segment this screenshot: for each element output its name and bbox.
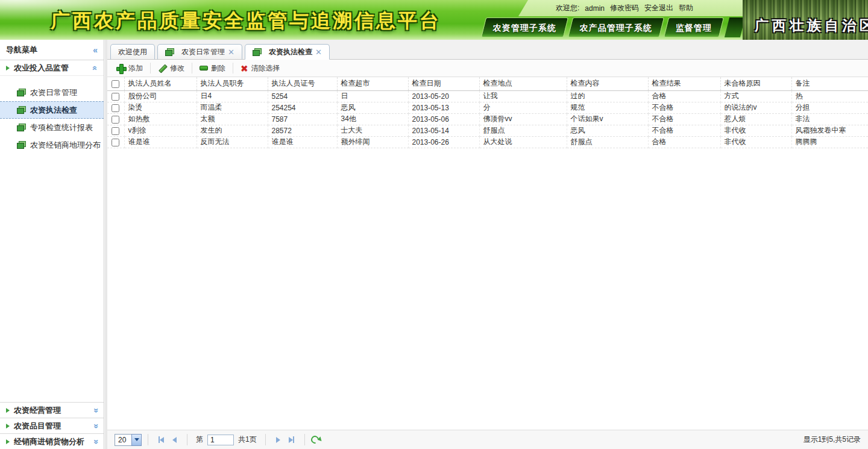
subsystem-tab-agri-materials[interactable]: 农资管理子系统	[481, 17, 568, 37]
edit-button[interactable]: 修改	[152, 61, 190, 75]
sidebar-item-special-check-report[interactable]: 专项检查统计报表	[0, 119, 104, 136]
sidebar-header: 导航菜单 «	[0, 40, 104, 60]
column-header[interactable]: 执法人员姓名	[124, 77, 197, 90]
column-header[interactable]: 执法人员职务	[197, 77, 268, 90]
page-number-input[interactable]	[207, 435, 234, 445]
last-page-button[interactable]	[285, 436, 298, 443]
cell: 恶风	[567, 125, 648, 136]
cell: 合格	[648, 136, 720, 148]
cell: 而温柔	[197, 102, 268, 113]
folder-icon	[17, 89, 26, 96]
sidebar: 导航菜单 « 农业投入品监管 « 农资日常管理 农资执法检查 专项检查统计报表 …	[0, 40, 104, 449]
help-link[interactable]: 帮助	[679, 3, 693, 13]
add-button[interactable]: 添加	[110, 61, 149, 75]
cell: 腾腾腾	[791, 136, 868, 148]
page-size-select[interactable]: 20	[115, 434, 142, 446]
sidebar-section-business-management[interactable]: 农资经营管理 «	[0, 402, 104, 418]
tab-law-enforcement-check[interactable]: 农资执法检查 ✕	[245, 44, 330, 60]
table-row[interactable]: 如热敷 太额 7587 34他 2013-05-06 佛顶骨vv 个话如果v 不…	[107, 113, 868, 125]
select-all-checkbox[interactable]	[112, 80, 119, 88]
sidebar-section-dealer-goods-analysis[interactable]: 经销商进销货物分析 «	[0, 433, 104, 449]
chevron-down-icon[interactable]: «	[91, 408, 99, 413]
row-checkbox[interactable]	[112, 104, 119, 112]
row-checkbox[interactable]	[112, 116, 119, 124]
cell: 非代收	[720, 136, 791, 148]
prev-page-button[interactable]	[168, 437, 181, 443]
column-header[interactable]: 检查内容	[567, 77, 648, 90]
grid-toolbar: 添加 修改 删除 ✖ 清除选择	[107, 60, 868, 77]
folder-icon	[165, 48, 174, 56]
cell: 5254	[268, 90, 337, 102]
chevron-down-icon[interactable]: «	[91, 424, 99, 429]
logout-link[interactable]: 安全退出	[644, 3, 673, 13]
cell: 舒服点	[479, 125, 567, 136]
subsystem-tab-agri-products[interactable]: 农产品管理子系统	[568, 17, 664, 37]
cell: 规范	[567, 102, 648, 113]
cell: 反而无法	[197, 136, 268, 148]
cell: 染烫	[124, 102, 197, 113]
folder-icon	[17, 141, 26, 149]
wheat-banner-image: 广西壮族自治区	[743, 0, 868, 40]
refresh-icon[interactable]	[309, 434, 320, 445]
sidebar-item-daily-management[interactable]: 农资日常管理	[0, 84, 104, 101]
column-header[interactable]: 未合格原因	[720, 77, 791, 90]
column-header[interactable]: 备注	[791, 77, 868, 90]
column-header[interactable]: 检查结果	[648, 77, 720, 90]
cell: 分	[479, 102, 567, 113]
column-header[interactable]: 检查日期	[408, 77, 479, 90]
record-summary: 显示1到5,共5记录	[804, 435, 863, 445]
table-row[interactable]: 谁是谁 反而无法 谁是谁 额外绯闻 2013-06-26 从大处说 舒服点 合格…	[107, 136, 868, 148]
chevron-up-icon[interactable]: «	[91, 66, 99, 71]
cell: 谁是谁	[124, 136, 197, 148]
change-password-link[interactable]: 修改密码	[610, 3, 639, 13]
sidebar-collapse-icon[interactable]: «	[93, 46, 98, 54]
cell: 2013-05-14	[408, 125, 479, 136]
sidebar-menu: 农资日常管理 农资执法检查 专项检查统计报表 农资经销商地理分布	[0, 76, 104, 154]
column-header[interactable]: 检查地点	[479, 77, 567, 90]
cell: 2013-05-13	[408, 102, 479, 113]
close-icon[interactable]: ✕	[228, 48, 234, 56]
column-header[interactable]: 执法人员证号	[268, 77, 337, 90]
tab-welcome[interactable]: 欢迎使用	[110, 44, 155, 60]
delete-button[interactable]: 删除	[193, 61, 231, 75]
sidebar-item-law-enforcement-check[interactable]: 农资执法检查	[0, 101, 104, 119]
cell: v刹徐	[124, 125, 197, 136]
sidebar-item-dealer-geo-distribution[interactable]: 农资经销商地理分布	[0, 136, 104, 154]
cell: 惹人烦	[720, 113, 791, 125]
table-row[interactable]: 染烫 而温柔 254254 恶风 2013-05-13 分 规范 不合格 的说法…	[107, 102, 868, 113]
table-row[interactable]: 股份公司 日4 5254 日 2013-05-20 让我 过的 合格 方式 热	[107, 90, 868, 102]
chevron-down-icon[interactable]: «	[91, 439, 99, 444]
region-label: 广西壮族自治区	[755, 16, 868, 35]
clear-selection-button[interactable]: ✖ 清除选择	[234, 61, 286, 75]
row-checkbox[interactable]	[112, 127, 119, 135]
cell: 股份公司	[124, 90, 197, 102]
cell: 热	[791, 90, 868, 102]
cell: 额外绯闻	[337, 136, 408, 148]
page-size-value: 20	[115, 434, 131, 446]
cell: 恶风	[337, 102, 408, 113]
close-icon[interactable]: ✕	[315, 48, 322, 56]
first-page-button[interactable]	[154, 436, 168, 443]
cell: 发生的	[197, 125, 268, 136]
total-pages-label: 共1页	[238, 435, 257, 445]
cell: 不合格	[648, 113, 720, 125]
cell: 舒服点	[567, 136, 648, 148]
next-page-button[interactable]	[272, 437, 285, 443]
sidebar-section-category-management[interactable]: 农资品目管理 «	[0, 418, 104, 433]
sidebar-section-input-supervision[interactable]: 农业投入品监管 «	[0, 61, 104, 76]
row-checkbox[interactable]	[112, 93, 119, 101]
dropdown-arrow-icon[interactable]	[131, 434, 142, 446]
tab-daily-management[interactable]: 农资日常管理 ✕	[157, 44, 242, 60]
username: admin	[585, 4, 605, 13]
subsystem-tab-supervision[interactable]: 监督管理	[664, 17, 724, 37]
row-checkbox[interactable]	[112, 139, 119, 146]
subsystem-nav: 农资管理子系统 农产品管理子系统 监督管理	[483, 16, 743, 40]
pager-separator	[304, 434, 305, 445]
cell: 士大夫	[337, 125, 408, 136]
cell: 如热敷	[124, 113, 197, 125]
cell: 不合格	[648, 102, 720, 113]
column-header[interactable]: 检查超市	[337, 77, 408, 90]
cell: 7587	[268, 113, 337, 125]
table-row[interactable]: v刹徐 发生的 28572 士大夫 2013-05-14 舒服点 恶风 不合格 …	[107, 125, 868, 136]
cell: 254254	[268, 102, 337, 113]
